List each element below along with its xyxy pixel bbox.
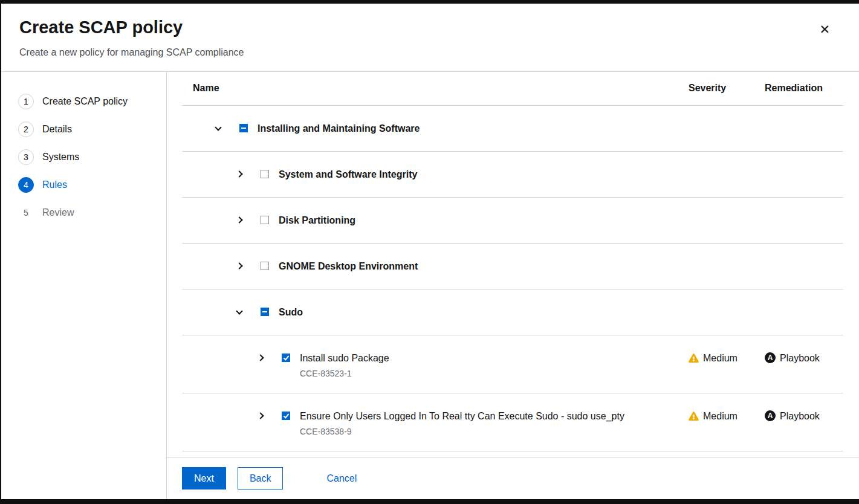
row-label-block: Installing and Maintaining Software <box>258 123 420 134</box>
ansible-icon: A <box>765 352 776 363</box>
row-name-cell: GNOME Desktop Environment <box>182 260 689 272</box>
row-checkbox[interactable] <box>261 262 269 270</box>
row-checkbox[interactable] <box>261 308 269 316</box>
table-row: Installing and Maintaining Software <box>182 106 843 152</box>
step-number: 5 <box>18 205 34 221</box>
severity-label: Medium <box>703 352 737 364</box>
row-name: Installing and Maintaining Software <box>258 123 420 134</box>
row-name-cell: Install sudo Package CCE-83523-1 <box>182 352 689 378</box>
row-checkbox[interactable] <box>239 124 248 132</box>
wizard-body: 1 Create SCAP policy 2 Details 3 Systems… <box>1 72 859 499</box>
expand-toggle[interactable] <box>256 352 265 364</box>
row-name-cell: Sudo <box>182 306 689 318</box>
step-number: 1 <box>18 94 34 109</box>
row-checkbox[interactable] <box>261 170 269 178</box>
row-code: CCE-83523-1 <box>300 369 389 378</box>
modal-header: Create SCAP policy Create a new policy f… <box>1 4 859 72</box>
row-checkbox[interactable] <box>261 216 269 224</box>
warning-icon <box>689 354 699 363</box>
row-label-block: System and Software Integrity <box>279 169 417 180</box>
wizard-main: Name Severity Remediation Installing and… <box>167 72 859 499</box>
severity-cell: Medium <box>689 410 765 422</box>
column-header-remediation: Remediation <box>765 83 843 94</box>
table-row: System and Software Integrity <box>182 152 843 198</box>
expand-toggle[interactable] <box>235 260 244 272</box>
expand-toggle[interactable] <box>256 410 265 422</box>
row-checkbox[interactable] <box>282 354 290 362</box>
expand-toggle[interactable] <box>235 306 244 318</box>
close-icon[interactable]: ✕ <box>817 21 832 38</box>
row-name-cell: Ensure Only Users Logged In To Real tty … <box>182 410 689 436</box>
step-label: Systems <box>42 152 79 163</box>
table-header-row: Name Severity Remediation <box>182 72 843 106</box>
remediation-cell: A Playbook <box>765 410 843 422</box>
step-label: Rules <box>42 179 67 190</box>
column-header-severity: Severity <box>689 83 765 94</box>
step-number: 2 <box>18 121 34 137</box>
row-name-cell: Disk Partitioning <box>182 215 689 226</box>
step-label: Details <box>42 124 72 135</box>
row-name-cell: Installing and Maintaining Software <box>182 123 689 134</box>
modal-subtitle: Create a new policy for managing SCAP co… <box>19 47 841 58</box>
row-label-block: Sudo <box>279 306 303 318</box>
chevron-icon <box>215 124 221 131</box>
row-code: CCE-83538-9 <box>300 427 624 436</box>
row-label-block: Install sudo Package CCE-83523-1 <box>300 352 389 378</box>
next-button[interactable]: Next <box>182 467 226 489</box>
remediation-cell: A Playbook <box>765 352 843 364</box>
chevron-icon <box>257 413 264 419</box>
table-row: Ensure Only Users Logged In To Real tty … <box>182 393 843 451</box>
row-name: Install sudo Package <box>300 352 389 364</box>
cancel-button[interactable]: Cancel <box>324 468 359 489</box>
chevron-icon <box>236 263 242 270</box>
step-label: Review <box>42 207 74 218</box>
warning-icon <box>689 412 699 421</box>
table-row: Disk Partitioning <box>182 198 843 244</box>
expand-toggle[interactable] <box>213 123 223 134</box>
row-name: Ensure Only Users Logged In To Real tty … <box>300 410 624 422</box>
row-label-block: Disk Partitioning <box>279 215 355 226</box>
step-number: 3 <box>18 149 34 165</box>
table-row: Install sudo Package CCE-83523-1 Medium … <box>182 335 843 393</box>
wizard-step-review: 5 Review <box>1 199 166 227</box>
back-button[interactable]: Back <box>238 467 284 489</box>
chevron-icon <box>236 171 242 178</box>
row-checkbox[interactable] <box>282 412 290 420</box>
column-header-name: Name <box>182 83 689 94</box>
modal-title: Create SCAP policy <box>19 18 841 37</box>
row-name: System and Software Integrity <box>279 169 417 180</box>
wizard-step-rules[interactable]: 4 Rules <box>1 171 166 199</box>
table-row: GNOME Desktop Environment <box>182 244 843 289</box>
row-name-cell: System and Software Integrity <box>182 169 689 180</box>
row-label-block: Ensure Only Users Logged In To Real tty … <box>300 410 624 436</box>
row-name: GNOME Desktop Environment <box>279 260 418 272</box>
remediation-label: Playbook <box>780 352 820 364</box>
rules-table: Name Severity Remediation Installing and… <box>167 72 859 457</box>
create-scap-policy-modal: Create SCAP policy Create a new policy f… <box>1 4 859 499</box>
severity-label: Medium <box>703 410 737 422</box>
wizard-steps: 1 Create SCAP policy 2 Details 3 Systems… <box>1 72 167 499</box>
wizard-footer: Next Back Cancel <box>167 457 859 499</box>
chevron-icon <box>236 308 242 314</box>
row-name: Disk Partitioning <box>279 215 355 226</box>
wizard-step-systems[interactable]: 3 Systems <box>1 143 166 171</box>
remediation-label: Playbook <box>780 410 820 422</box>
expand-toggle[interactable] <box>235 169 244 180</box>
chevron-icon <box>236 217 242 224</box>
severity-cell: Medium <box>689 352 765 364</box>
row-label-block: GNOME Desktop Environment <box>279 260 418 272</box>
table-row: Sudo <box>182 289 843 335</box>
wizard-step-create-scap-policy[interactable]: 1 Create SCAP policy <box>1 88 166 115</box>
chevron-icon <box>257 355 264 361</box>
ansible-icon: A <box>765 410 776 421</box>
expand-toggle[interactable] <box>235 215 244 226</box>
step-number: 4 <box>18 177 34 193</box>
row-name: Sudo <box>279 306 303 318</box>
wizard-step-details[interactable]: 2 Details <box>1 115 166 143</box>
step-label: Create SCAP policy <box>42 96 128 107</box>
table-rows: Installing and Maintaining Software Syst… <box>182 106 843 451</box>
